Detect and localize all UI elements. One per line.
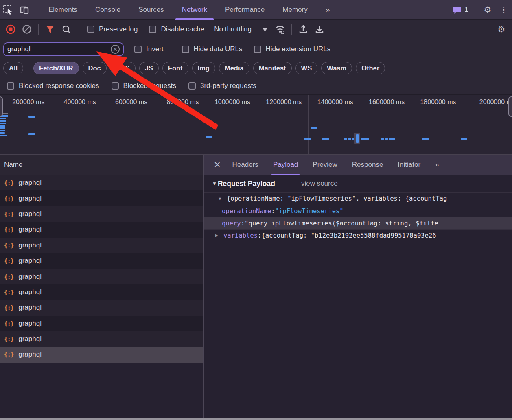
disable-cache-label: Disable cache	[161, 25, 204, 33]
network-conditions-icon[interactable]	[272, 21, 288, 37]
clear-network-log-icon[interactable]	[19, 21, 35, 37]
view-source-link[interactable]: view source	[301, 179, 338, 188]
tab-sources[interactable]: Sources	[129, 0, 173, 20]
details-tab-response[interactable]: Response	[345, 155, 391, 175]
export-har-icon[interactable]	[311, 21, 328, 37]
invert-checkbox[interactable]: Invert	[134, 45, 164, 53]
triangle-right-icon[interactable]: ▶	[215, 233, 223, 238]
checkbox[interactable]	[188, 82, 196, 90]
divider	[173, 44, 173, 55]
triangle-down-icon[interactable]: ▼	[219, 196, 227, 201]
tab-console[interactable]: Console	[86, 0, 129, 20]
preserve-log-checkbox[interactable]: Preserve log	[87, 25, 138, 33]
close-details-icon[interactable]: ✕	[210, 160, 225, 170]
request-row[interactable]: {:}graphql	[0, 284, 203, 300]
hide-data-urls-checkbox[interactable]: Hide data URLs	[182, 45, 243, 53]
details-tab-initiator[interactable]: Initiator	[390, 155, 428, 175]
request-row[interactable]: {:}graphql	[0, 175, 203, 190]
blocked-response-cookies-checkbox[interactable]: Blocked response cookies	[7, 82, 99, 90]
hide-extension-urls-checkbox[interactable]: Hide extension URLs	[254, 45, 331, 53]
tab-performance[interactable]: Performance	[216, 0, 274, 20]
device-toolbar-icon[interactable]	[16, 2, 33, 18]
chip-doc[interactable]: Doc	[83, 62, 107, 74]
record-network-log-button[interactable]	[2, 21, 19, 37]
checkbox[interactable]	[149, 26, 156, 33]
timeline-tick-label: 800000 ms	[154, 95, 206, 155]
request-name: graphql	[18, 179, 42, 187]
checkbox[interactable]	[254, 46, 261, 53]
chip-all[interactable]: All	[3, 62, 23, 74]
details-tab-preview[interactable]: Preview	[305, 155, 344, 175]
checkbox[interactable]	[134, 46, 142, 53]
details-tab-headers[interactable]: Headers	[225, 155, 266, 175]
chip-media[interactable]: Media	[219, 62, 249, 74]
checkbox[interactable]	[7, 82, 14, 90]
waterfall-bar	[0, 118, 6, 119]
payload-section-header[interactable]: ▼ Request Payload view source	[204, 175, 512, 192]
3rd-party-requests-checkbox[interactable]: 3rd-party requests	[188, 82, 256, 90]
request-rows: {:}graphql{:}graphql{:}graphql{:}graphql…	[0, 175, 203, 363]
disable-cache-checkbox[interactable]: Disable cache	[149, 25, 204, 33]
chip-js[interactable]: JS	[139, 62, 159, 74]
network-settings-gear-icon[interactable]: ⚙	[493, 21, 510, 37]
blocked-requests-checkbox[interactable]: Blocked requests	[112, 82, 176, 90]
json-braces-icon: {:}	[4, 258, 13, 264]
details-tab-payload[interactable]: Payload	[266, 155, 305, 175]
tab-memory[interactable]: Memory	[274, 0, 316, 20]
tab-elements[interactable]: Elements	[39, 0, 86, 20]
issues-button[interactable]: 1	[448, 5, 473, 15]
name-column-header[interactable]: Name	[0, 155, 203, 175]
inspect-element-icon[interactable]	[0, 2, 16, 18]
overview-timeline[interactable]: 200000 ms400000 ms600000 ms800000 ms1000…	[0, 95, 512, 155]
request-row[interactable]: {:}graphql	[0, 238, 203, 253]
request-row[interactable]: {:}graphql	[0, 347, 203, 362]
request-row[interactable]: {:}graphql	[0, 331, 203, 347]
request-row[interactable]: {:}graphql	[0, 206, 203, 222]
chip-font[interactable]: Font	[162, 62, 188, 74]
chip-ws[interactable]: WS	[295, 62, 318, 74]
chip-css[interactable]: CSS	[110, 62, 136, 74]
checkbox-label: Blocked response cookies	[19, 82, 99, 90]
payload-entry-variables[interactable]: ▶variables: {accountTag: "b12e3b2192ee55…	[204, 229, 512, 241]
payload-entry-query[interactable]: query: "query ipFlowTimeseries($accountT…	[204, 217, 512, 229]
json-braces-icon: {:}	[4, 273, 13, 280]
overview-handle-left[interactable]	[0, 96, 3, 117]
chip-wasm[interactable]: Wasm	[321, 62, 352, 74]
checkbox-label: Blocked requests	[123, 82, 176, 90]
request-row[interactable]: {:}graphql	[0, 222, 203, 237]
chip-manifest[interactable]: Manifest	[253, 62, 292, 74]
overview-handle-right[interactable]	[508, 96, 512, 117]
details-more-tabs-chevron-icon[interactable]: »	[428, 155, 445, 175]
filter-funnel-icon[interactable]	[42, 21, 58, 37]
request-row[interactable]: {:}graphql	[0, 190, 203, 206]
import-har-icon[interactable]	[295, 21, 311, 37]
settings-gear-icon[interactable]: ⚙	[479, 2, 496, 18]
request-row[interactable]: {:}graphql	[0, 269, 203, 284]
request-row[interactable]: {:}graphql	[0, 316, 203, 331]
chip-fetch-xhr[interactable]: Fetch/XHR	[33, 62, 79, 74]
filter-input[interactable]	[7, 45, 111, 53]
tab-network[interactable]: Network	[173, 0, 216, 20]
chip-other[interactable]: Other	[356, 62, 385, 74]
request-row[interactable]: {:}graphql	[0, 253, 203, 269]
request-row[interactable]: {:}graphql	[0, 300, 203, 315]
more-tabs-chevron-icon[interactable]: »	[317, 5, 338, 14]
search-icon[interactable]	[58, 21, 74, 37]
json-value: "query ipFlowTimeseries($accountTag: str…	[245, 220, 438, 227]
request-details-panel: ✕ HeadersPayloadPreviewResponseInitiator…	[204, 155, 512, 418]
checkbox[interactable]	[182, 46, 189, 53]
checkbox[interactable]	[112, 82, 119, 90]
filter-input-box[interactable]: ✕	[3, 42, 124, 56]
waterfall-bar	[322, 138, 329, 140]
clear-filter-icon[interactable]: ✕	[111, 45, 120, 54]
payload-root-row[interactable]: ▼ {operationName: "ipFlowTimeseries", va…	[204, 192, 512, 205]
throttling-dropdown[interactable]: No throttling	[214, 25, 268, 33]
main-split: Name {:}graphql{:}graphql{:}graphql{:}gr…	[0, 155, 512, 418]
chip-img[interactable]: Img	[192, 62, 215, 74]
json-colon: :	[258, 232, 261, 239]
waterfall-bar	[422, 138, 429, 140]
kebab-menu-icon[interactable]: ⋮	[496, 2, 512, 18]
json-braces-icon: {:}	[4, 211, 13, 217]
payload-entry-operationName[interactable]: operationName: "ipFlowTimeseries"	[204, 205, 512, 217]
checkbox[interactable]	[87, 26, 94, 33]
